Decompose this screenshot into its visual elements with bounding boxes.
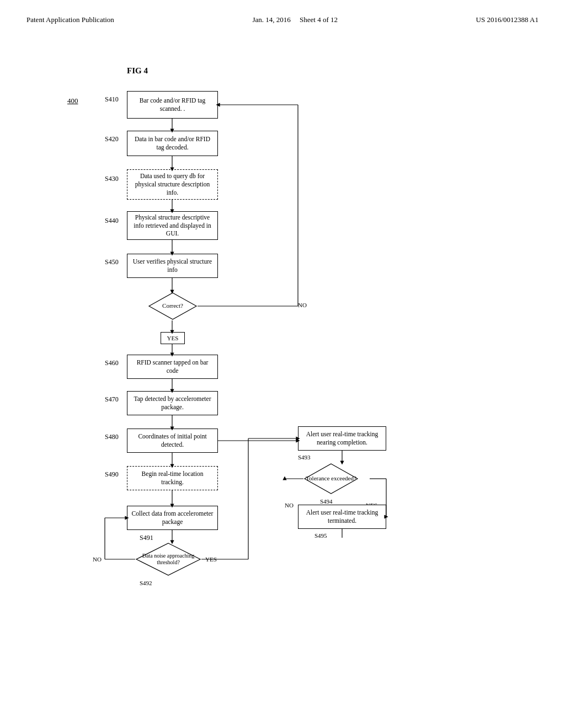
s440-box: Physical structure descriptive info retr… xyxy=(127,211,218,240)
s491-label: S491 xyxy=(140,534,153,542)
header-right: US 2016/0012388 A1 xyxy=(476,15,539,24)
alert-terminated-box: Alert user real-time tracking terminated… xyxy=(298,505,386,529)
alert-complete-box: Alert user real-time tracking nearing co… xyxy=(298,426,386,451)
flow-ref: 400 xyxy=(67,97,78,105)
s430-box: Data used to query db for physical struc… xyxy=(127,169,218,200)
no-label: NO xyxy=(298,302,307,308)
s440-label: S440 xyxy=(105,217,119,225)
s492-label: S492 xyxy=(140,580,152,586)
s410-box: Bar code and/or RFID tag scanned. . xyxy=(127,91,218,119)
page-header: Patent Application Publication Jan. 14, … xyxy=(0,0,565,24)
s470-box: Tap detected by accelerometer package. xyxy=(127,391,218,415)
fig-title: FIG 4 xyxy=(127,66,148,76)
s495-label: S495 xyxy=(315,532,327,539)
s420-box: Data in bar code and/or RFID tag decoded… xyxy=(127,131,218,156)
no3-label: NO xyxy=(285,502,294,508)
header-left: Patent Application Publication xyxy=(26,15,114,24)
s490-box: Begin real-time location tracking. xyxy=(127,466,218,490)
s480-box: Coordinates of initial point detected. xyxy=(127,429,218,453)
arrows-svg xyxy=(33,85,530,620)
s420-label: S420 xyxy=(105,135,119,143)
correct-diamond: Correct? xyxy=(148,292,198,320)
s450-box: User verifies physical structure info xyxy=(127,254,218,278)
s410-label: S410 xyxy=(105,95,119,104)
s460-box: RFID scanner tapped on bar code xyxy=(127,355,218,379)
s494-label: S494 xyxy=(320,498,333,505)
s450-label: S450 xyxy=(105,258,119,266)
s470-label: S470 xyxy=(105,395,119,404)
header-center: Jan. 14, 2016 Sheet 4 of 12 xyxy=(252,15,338,24)
yes2-label: YES xyxy=(205,556,217,563)
yes-box: YES xyxy=(161,332,185,344)
s493-label: S493 xyxy=(298,454,311,461)
s460-label: S460 xyxy=(105,359,119,367)
tolerance-diamond: Tolerance exceeded? xyxy=(303,463,359,495)
data-noise-diamond: Data noise approaching threshold? xyxy=(135,542,201,576)
s490-label: S490 xyxy=(105,470,119,479)
s430-label: S430 xyxy=(105,175,119,183)
s480-label: S480 xyxy=(105,433,119,441)
no2-label: NO xyxy=(93,556,102,563)
collect-box: Collect data from accelerometer package xyxy=(127,506,218,530)
